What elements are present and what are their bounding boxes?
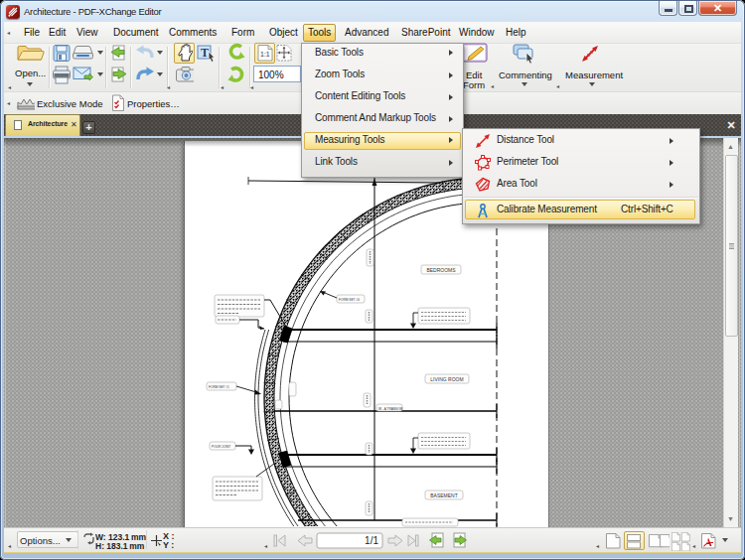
svg-text:POUR JOINT: POUR JOINT bbox=[212, 445, 230, 449]
svg-text:FORM SET #4: FORM SET #4 bbox=[339, 298, 360, 302]
svg-text:LIVING ROOM: LIVING ROOM bbox=[430, 376, 463, 382]
svg-text:BASEMENT: BASEMENT bbox=[430, 492, 458, 498]
svg-text:W - A TRANSOM: W - A TRANSOM bbox=[378, 407, 403, 411]
svg-text:T: T bbox=[201, 46, 209, 60]
svg-text:FORM SET #1: FORM SET #1 bbox=[209, 385, 229, 389]
svg-text:1/1: 1/1 bbox=[365, 535, 378, 546]
svg-text:1:1: 1:1 bbox=[260, 51, 270, 58]
svg-text:BEDROOMS: BEDROOMS bbox=[426, 267, 456, 273]
